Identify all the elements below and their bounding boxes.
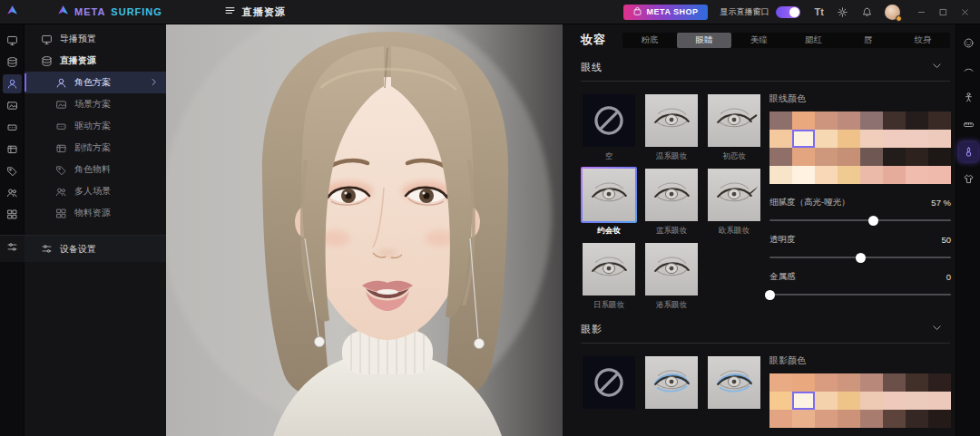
eyeliner-style-thumb-3[interactable] [581,167,637,223]
minimize-button[interactable] [913,4,929,20]
slider-thumb-0[interactable] [868,216,878,226]
toolbar-ruler-icon[interactable] [959,115,978,134]
eyeliner-swatch-24[interactable] [769,166,792,184]
tab-1[interactable]: 眼睛 [677,33,731,48]
text-size-button[interactable]: Tt [815,6,824,17]
eyeshadow-swatch-17[interactable] [792,410,815,428]
sidebar-item-0[interactable]: 角色方案 [24,72,166,93]
eyeliner-style-thumb-2[interactable] [706,92,762,149]
toolbar-body-icon[interactable] [959,88,978,107]
tab-4[interactable]: 唇 [841,33,896,48]
sidebar-item-2[interactable]: 驱动方案 [24,115,166,137]
eyeliner-swatch-1[interactable] [792,111,815,130]
maximize-button[interactable] [935,4,951,20]
eyeliner-swatch-8[interactable] [769,130,792,148]
eyeliner-swatch-11[interactable] [838,130,860,148]
eyeshadow-swatch-21[interactable] [883,410,906,428]
eyeliner-section-header[interactable]: 眼线 [581,59,950,75]
tab-5[interactable]: 纹身 [896,33,950,48]
rail-people-icon[interactable] [3,183,22,202]
eyeliner-swatch-28[interactable] [860,166,883,184]
eyeliner-style-thumb-5[interactable] [706,167,762,223]
bell-icon[interactable] [861,6,873,18]
meta-shop-button[interactable]: META SHOP [623,5,708,20]
eyeshadow-swatch-1[interactable] [792,373,815,392]
eyeliner-swatch-30[interactable] [906,166,928,184]
eyeshadow-swatch-16[interactable] [769,410,792,428]
eyeshadow-swatch-6[interactable] [906,373,928,392]
eyeshadow-swatch-2[interactable] [815,373,838,392]
sidebar-item-broadcast-preset[interactable]: 导播预置 [24,28,166,50]
eyeliner-swatch-0[interactable] [769,111,792,130]
sidebar-item-3[interactable]: 剧情方案 [24,137,166,159]
eyeshadow-swatch-4[interactable] [860,373,883,392]
rail-stack-icon[interactable] [3,53,22,72]
eyeliner-swatch-22[interactable] [906,148,928,166]
eyeliner-swatch-3[interactable] [838,111,860,130]
eyeliner-style-thumb-1[interactable] [643,92,700,149]
eyeliner-swatch-4[interactable] [860,111,883,130]
eyeliner-swatch-5[interactable] [883,111,906,130]
eyeshadow-swatch-22[interactable] [906,410,928,428]
eyeliner-swatch-26[interactable] [815,166,838,184]
eyeshadow-swatch-13[interactable] [883,392,906,410]
eyeshadow-style-thumb-1[interactable] [643,354,700,411]
rail-grid-icon[interactable] [3,205,22,224]
eyeliner-style-thumb-4[interactable] [643,167,700,223]
chevron-down-icon[interactable] [931,321,943,337]
eyeshadow-swatch-5[interactable] [883,373,906,392]
eyeshadow-swatch-15[interactable] [928,392,951,410]
avatar[interactable] [885,5,900,20]
eyeshadow-swatch-23[interactable] [928,410,951,428]
eyeliner-swatch-20[interactable] [860,148,883,166]
slider-track-0[interactable] [769,219,951,221]
rail-settings-icon[interactable] [0,235,24,262]
close-button[interactable] [956,4,973,20]
toolbar-shirt-icon[interactable] [959,170,978,189]
eyeliner-swatch-17[interactable] [792,148,815,166]
eyeshadow-swatch-12[interactable] [860,392,883,410]
eyeshadow-swatch-7[interactable] [928,373,951,392]
eyeshadow-swatch-3[interactable] [838,373,860,392]
gear-icon[interactable] [837,6,848,18]
eyeshadow-style-thumb-0[interactable] [581,354,637,411]
eyeshadow-swatch-0[interactable] [769,373,792,392]
eyeliner-swatch-16[interactable] [769,148,792,166]
eyeshadow-section-header[interactable]: 眼影 [581,321,950,337]
eyeliner-style-thumb-6[interactable] [581,241,637,297]
tab-3[interactable]: 腮红 [787,33,841,48]
sidebar-group-live-resources[interactable]: 直播资源 [24,50,166,72]
eyeshadow-swatch-10[interactable] [815,392,838,410]
sidebar-item-6[interactable]: 物料资源 [24,202,166,224]
eyeshadow-style-thumb-2[interactable] [706,354,762,411]
eyeliner-swatch-31[interactable] [928,166,951,184]
show-live-window-toggle[interactable] [776,6,800,18]
toolbar-brow-icon[interactable] [959,61,978,80]
hamburger-icon[interactable] [224,4,236,20]
toolbar-face-icon[interactable] [959,34,978,53]
eyeshadow-swatch-14[interactable] [906,392,928,410]
eyeshadow-swatch-19[interactable] [838,410,860,428]
eyeliner-swatch-25[interactable] [792,166,815,184]
eyeliner-style-thumb-7[interactable] [643,241,700,297]
sidebar-item-1[interactable]: 场景方案 [24,93,166,115]
toolbar-makeup-icon[interactable] [959,142,978,161]
eyeshadow-swatch-20[interactable] [860,410,883,428]
eyeshadow-swatch-8[interactable] [769,392,792,410]
rail-monitor-icon[interactable] [3,31,22,50]
eyeliner-swatch-27[interactable] [838,166,860,184]
rail-material-icon[interactable] [3,161,22,180]
sidebar-item-4[interactable]: 角色物料 [24,159,166,180]
sidebar-item-device-settings[interactable]: 设备设置 [24,235,166,262]
eyeliner-swatch-19[interactable] [838,148,860,166]
eyeliner-swatch-15[interactable] [928,130,951,148]
slider-thumb-2[interactable] [765,290,775,300]
eyeliner-swatch-21[interactable] [883,148,906,166]
chevron-down-icon[interactable] [931,59,943,75]
eyeshadow-swatch-11[interactable] [838,392,860,410]
rail-person-icon[interactable] [3,74,22,93]
eyeliner-swatch-7[interactable] [928,111,951,130]
eyeliner-style-thumb-0[interactable] [581,92,637,149]
eyeliner-swatch-29[interactable] [883,166,906,184]
eyeliner-swatch-2[interactable] [815,111,838,130]
